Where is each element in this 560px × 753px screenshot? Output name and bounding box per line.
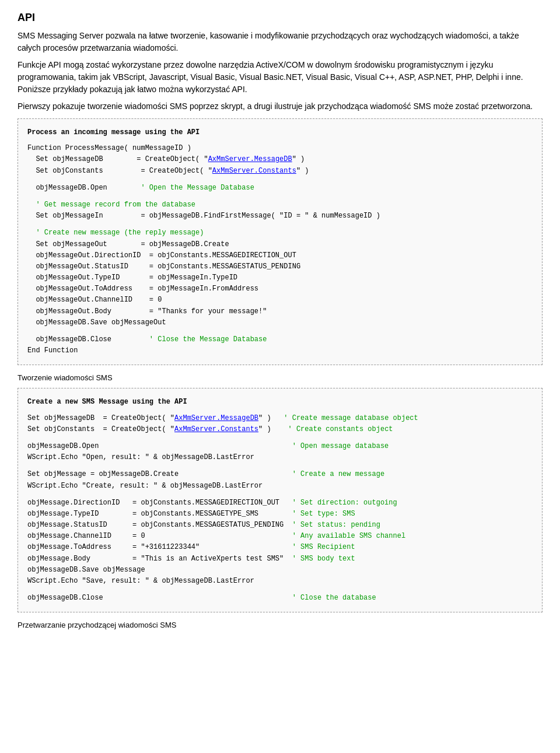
code-line: WScript.Echo "Save, result: " & objMessa… xyxy=(27,576,533,587)
code-box-incoming-title: Process an incoming message using the AP… xyxy=(27,127,533,138)
code-line: objMessageDB.Close ' Close the Message D… xyxy=(27,334,533,345)
code-line: objMessageDB.Open ' Open the Message Dat… xyxy=(27,183,533,194)
intro-paragraph-3: Pierwszy pokazuje tworzenie wiadomości S… xyxy=(18,100,542,113)
code-link[interactable]: AxMmServer.MessageDB xyxy=(174,414,258,422)
intro-paragraph-1: SMS Messaging Server pozwala na łatwe tw… xyxy=(18,30,542,54)
code-line: objMessageOut.ToAddress = objMessageIn.F… xyxy=(27,283,533,295)
code-line: Function ProcessMessage( numMessageID ) xyxy=(27,143,533,154)
code-line: Set objMessageIn = objMessageDB.FindFirs… xyxy=(27,211,533,222)
code-line: Set objMessageOut = objMessageDB.Create xyxy=(27,239,533,250)
code-line: objMessageDB.Save objMessageOut xyxy=(27,317,533,328)
code-link[interactable]: AxMmServer.Constants xyxy=(174,425,258,433)
code-box-incoming: Process an incoming message using the AP… xyxy=(18,118,542,365)
code-box-new-sms-title: Create a new SMS Message using the API xyxy=(27,397,533,408)
code-box-incoming-content: Function ProcessMessage( numMessageID ) … xyxy=(27,143,533,356)
code-box-new-sms: Create a new SMS Message using the API S… xyxy=(18,388,542,612)
code-line: WScript.Echo "Open, result: " & objMessa… xyxy=(27,452,533,463)
code-line: objMessageOut.DirectionID = objConstants… xyxy=(27,250,533,261)
code-box-new-sms-content: Set objMessageDB = CreateObject( "AxMmSe… xyxy=(27,413,533,604)
code-line: Set objConstants = CreateObject( "AxMmSe… xyxy=(27,166,533,177)
code-line: End Function xyxy=(27,345,533,356)
code-line: Set objConstants = CreateObject( "AxMmSe… xyxy=(27,424,533,435)
code-line: objMessageOut.TypeID = objMessageIn.Type… xyxy=(27,272,533,283)
code-line: objMessageDB.Close ' Close the database xyxy=(27,593,533,604)
code-line: objMessage.Body = "This is an ActiveXper… xyxy=(27,554,533,565)
code-line: objMessageOut.StatusID = objConstants.ME… xyxy=(27,261,533,272)
code-line: objMessageOut.ChannelID = 0 xyxy=(27,295,533,306)
code-link[interactable]: AxMmServer.MessageDB xyxy=(208,155,292,163)
code-line: WScript.Echo "Create, result: " & objMes… xyxy=(27,481,533,492)
code-line: objMessageDB.Save objMessage xyxy=(27,565,533,576)
code-line: Set objMessageDB = CreateObject( "AxMmSe… xyxy=(27,154,533,165)
code-line: ' Get message record from the database xyxy=(27,199,533,211)
page-title: API xyxy=(18,12,542,24)
code-line: objMessage.ToAddress = "+31611223344" ' … xyxy=(27,542,533,553)
code-line: Set objMessage = objMessageDB.Create ' C… xyxy=(27,469,533,480)
code-link[interactable]: AxMmServer.Constants xyxy=(212,167,296,175)
intro-paragraph-2: Funkcje API mogą zostać wykorzystane prz… xyxy=(18,59,542,96)
code-line: objMessageOut.Body = "Thanks for your me… xyxy=(27,306,533,317)
code-line: objMessage.ChannelID = 0 ' Any available… xyxy=(27,531,533,542)
code-line: ' Create new message (the reply message) xyxy=(27,227,533,239)
code-line: objMessage.StatusID = objConstants.MESSA… xyxy=(27,520,533,531)
code-line: objMessage.DirectionID = objConstants.ME… xyxy=(27,498,533,509)
section-label-2: Przetwarzanie przychodzącej wiadomości S… xyxy=(18,621,542,629)
code-line: Set objMessageDB = CreateObject( "AxMmSe… xyxy=(27,413,533,424)
section-label-1: Tworzenie wiadomości SMS xyxy=(18,373,542,382)
code-line: objMessage.TypeID = objConstants.MESSAGE… xyxy=(27,509,533,520)
code-line: objMessageDB.Open ' Open message databas… xyxy=(27,441,533,452)
